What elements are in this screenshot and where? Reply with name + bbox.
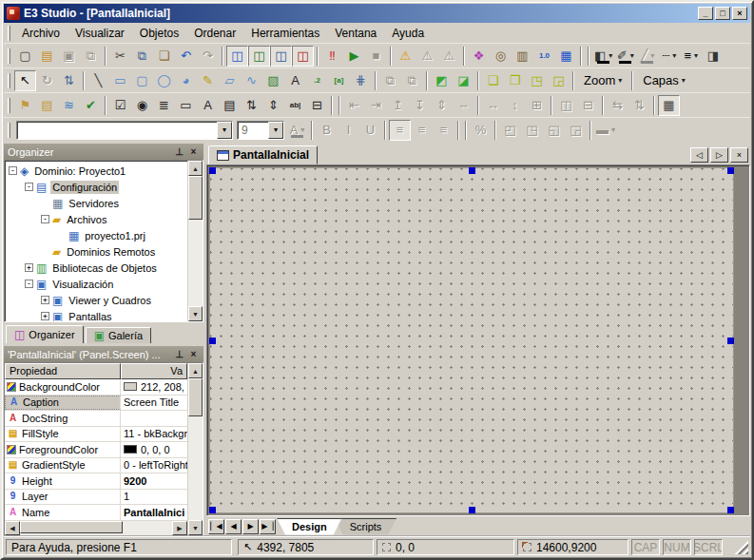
tree-item[interactable]: +▣Viewer y Cuadros — [5, 292, 187, 308]
same-size-button[interactable]: ⊞ — [526, 95, 548, 116]
spin-control-button[interactable]: ⇅ — [241, 95, 262, 116]
underline-button[interactable]: U — [359, 120, 381, 141]
column-header-propiedad[interactable]: Propiedad — [5, 363, 121, 379]
property-value-cell[interactable]: Screen Title — [121, 396, 187, 411]
tree-item[interactable]: ▰Dominios Remotos — [5, 243, 187, 260]
selection-handle-top-right[interactable] — [727, 167, 734, 174]
property-value-cell[interactable] — [121, 411, 187, 426]
image-tool-button[interactable]: ▧ — [262, 70, 284, 91]
menu-item-ordenar[interactable]: Ordenar — [186, 24, 243, 43]
save-button[interactable]: ▣ — [58, 46, 80, 67]
undo-button[interactable]: ↶ — [175, 46, 197, 67]
first-sheet-button[interactable]: ▏◀ — [208, 519, 224, 534]
scroll-right-icon[interactable]: ▶ — [172, 521, 187, 535]
line-tool-button[interactable]: ╲ — [87, 70, 109, 91]
toggle-galeria-button[interactable]: ◫ — [248, 46, 270, 67]
textbox-tool-button[interactable]: [a] — [328, 70, 350, 91]
property-name-cell[interactable]: ▤GradientStyle — [5, 458, 121, 473]
chevron-down-icon[interactable]: ▾ — [268, 122, 283, 139]
updown-control-button[interactable]: ⇕ — [262, 95, 284, 116]
scroll-up-icon[interactable]: ▲ — [188, 363, 203, 378]
bold-button[interactable]: B — [316, 120, 338, 141]
flip-vertical-button[interactable]: ⊟ — [577, 95, 599, 116]
checkbox-control-button[interactable]: ☑ — [109, 95, 131, 116]
tree-item[interactable]: -◈Dominio: Proyecto1 — [5, 163, 187, 179]
italic-button[interactable]: I — [338, 120, 359, 141]
center-vertical-button[interactable]: ⇕ — [431, 95, 453, 116]
property-name-cell[interactable]: BackgroundColor — [5, 379, 121, 395]
radio-control-button[interactable]: ◉ — [131, 95, 153, 116]
screen-manager-button[interactable]: ▦ — [555, 46, 577, 67]
property-row[interactable]: 9Layer1 — [5, 490, 187, 506]
brush-color-button[interactable]: ✐▾ — [614, 46, 636, 67]
collapse-minus-icon[interactable]: - — [41, 215, 49, 223]
prev-sheet-button[interactable]: ◀ — [225, 519, 242, 534]
menu-item-herramientas[interactable]: Herramientas — [243, 24, 327, 43]
toolbar-grip[interactable] — [8, 98, 10, 113]
tab-galeria[interactable]: ▣ Galería — [86, 327, 151, 343]
space-across-button[interactable]: ⇆ — [607, 95, 628, 116]
stop-button[interactable]: ■ — [365, 46, 387, 67]
property-name-cell[interactable]: ForegroundColor — [5, 442, 121, 457]
font-size-combo[interactable]: 9▾ — [237, 121, 284, 140]
tree-item[interactable]: +▣Pantallas — [5, 308, 187, 321]
space-down-button[interactable]: ⇅ — [628, 95, 650, 116]
pin-icon[interactable]: ⊥ — [173, 145, 185, 158]
property-row[interactable]: ▤GradientStyle0 - leftToRight — [5, 458, 187, 474]
scroll-down-icon[interactable]: ▼ — [188, 306, 203, 321]
tree-item[interactable]: -▤Configuración — [5, 179, 187, 195]
toolbar-grip[interactable] — [8, 73, 10, 88]
button-control-button[interactable]: ▭ — [175, 95, 197, 116]
flip-horizontal-button[interactable]: ◫ — [555, 95, 577, 116]
label-control-button[interactable]: A — [197, 95, 219, 116]
last-sheet-button[interactable]: ▶▕ — [260, 519, 276, 534]
ungroup-button[interactable]: ⧉ — [401, 70, 423, 91]
color-palette-button[interactable]: ❖ — [468, 46, 490, 67]
minimize-button[interactable]: _ — [698, 7, 713, 20]
scroll-down-icon[interactable]: ▼ — [188, 520, 203, 535]
scroll-thumb[interactable] — [188, 176, 203, 220]
open-file-button[interactable]: ▤ — [36, 46, 58, 67]
property-name-cell[interactable]: 9Height — [5, 473, 121, 489]
group-button[interactable]: ⧉ — [379, 70, 401, 91]
tab-order-button[interactable]: ⇅ — [58, 70, 80, 91]
search-objects-button[interactable]: ◎ — [490, 46, 512, 67]
grid-toggle-button[interactable]: ▦ — [658, 95, 680, 116]
screen-canvas[interactable] — [209, 167, 734, 513]
save-all-button[interactable]: ⧉ — [80, 46, 102, 67]
selection-handle-top-middle[interactable] — [469, 167, 475, 174]
toggle-properties-button[interactable]: ◫ — [270, 46, 292, 67]
toggle-organizer-button[interactable]: ◫ — [226, 46, 248, 67]
document-tab-pantallainicial[interactable]: PantallaInicial — [208, 145, 318, 164]
property-row[interactable]: ACaptionScreen Title — [5, 396, 187, 412]
sheet-tab-design[interactable]: Design — [277, 518, 342, 535]
verify-warnings-button[interactable]: ⚠ — [416, 46, 438, 67]
sheet-tab-scripts[interactable]: Scripts — [335, 518, 397, 535]
database-object-button[interactable]: ▤ — [36, 95, 58, 116]
zoom-menu-button[interactable]: Zoom▾ — [577, 70, 628, 91]
property-row[interactable]: ADocString — [5, 411, 187, 427]
properties-hscrollbar[interactable]: ◀ ▶ — [5, 521, 187, 535]
fill-color-button[interactable]: ◧▾ — [592, 46, 614, 67]
paste-button[interactable]: ❏ — [153, 46, 175, 67]
text-align-left-button[interactable]: ≡ — [389, 120, 411, 141]
fill-style-button[interactable]: ◨ — [702, 46, 724, 67]
pin-icon[interactable]: ⊥ — [173, 348, 185, 360]
rounded-rect-tool-button[interactable]: ▢ — [131, 70, 153, 91]
expand-plus-icon[interactable]: + — [41, 296, 49, 304]
maximize-button[interactable]: □ — [715, 7, 730, 20]
query-object-button[interactable]: ✔ — [80, 95, 102, 116]
tree-item[interactable]: ▦proyecto1.prj — [5, 227, 187, 243]
arc-tool-button[interactable]: ◕ — [175, 70, 197, 91]
property-name-cell[interactable]: 9Layer — [5, 490, 121, 505]
selection-handle-top-left[interactable] — [209, 167, 216, 174]
toolbar-grip[interactable] — [8, 48, 10, 64]
tree-item[interactable]: -▣Visualización — [5, 276, 187, 292]
anchor-right-button[interactable]: ◲ — [565, 120, 587, 141]
selection-handle-bottom-middle[interactable] — [469, 507, 475, 513]
run-application-button[interactable]: ‼ — [321, 46, 343, 67]
next-sheet-button[interactable]: ▶ — [242, 519, 259, 534]
menu-item-objetos[interactable]: Objetos — [132, 24, 186, 43]
menu-item-visualizar[interactable]: Visualizar — [68, 24, 132, 43]
property-name-cell[interactable]: ADocString — [5, 411, 121, 426]
